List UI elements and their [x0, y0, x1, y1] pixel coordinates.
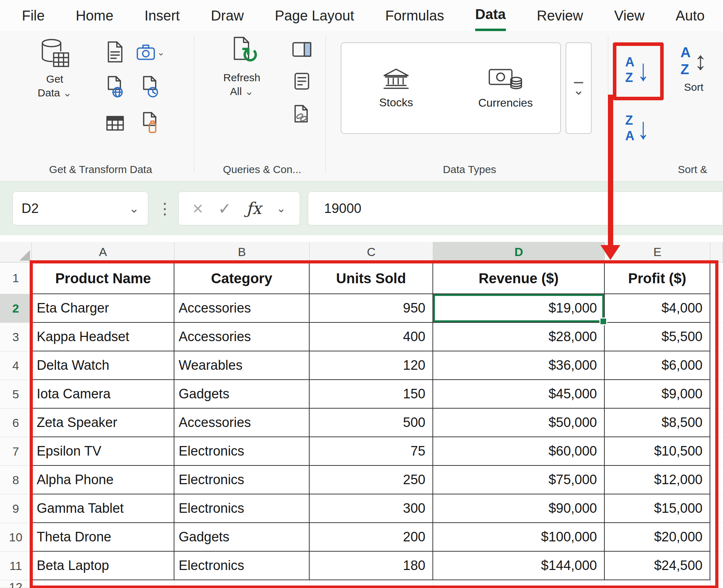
queries-connections-pane-button[interactable] [288, 38, 316, 61]
cell-D5[interactable]: $45,000 [433, 380, 605, 409]
from-text-csv-button[interactable] [99, 36, 131, 69]
tab-data[interactable]: Data [475, 0, 506, 31]
formula-bar-splitter[interactable]: ⋮ [155, 191, 175, 225]
cell-D11[interactable]: $144,000 [433, 552, 605, 580]
cell-E5[interactable]: $9,000 [605, 380, 710, 409]
fill-handle[interactable] [599, 317, 607, 325]
column-header-C[interactable]: C [310, 242, 433, 262]
row-header-4[interactable]: 4 [0, 351, 32, 380]
existing-connections-button[interactable] [134, 107, 167, 139]
formula-input[interactable]: 19000 [308, 191, 723, 225]
cell-C9[interactable]: 300 [310, 494, 433, 523]
row-header-10[interactable]: 10 [0, 523, 32, 552]
cell-A5[interactable]: Iota Camera [32, 380, 174, 409]
column-header-E[interactable]: E [605, 242, 710, 262]
row-header-3[interactable]: 3 [0, 323, 32, 351]
cell-E2[interactable]: $4,000 [605, 294, 710, 323]
from-web-button[interactable] [99, 71, 131, 103]
cell-A11[interactable]: Beta Laptop [32, 552, 174, 580]
tab-home[interactable]: Home [76, 0, 113, 31]
refresh-all-button[interactable]: ↻ Refresh All ⌄ [214, 36, 270, 98]
tab-page-layout[interactable]: Page Layout [275, 0, 354, 31]
row-header-7[interactable]: 7 [0, 437, 32, 466]
row-header-1[interactable]: 1 [0, 262, 32, 294]
cell-E11[interactable]: $24,500 [605, 552, 710, 580]
cell-A1[interactable]: Product Name [32, 262, 174, 294]
cell-E6[interactable]: $8,500 [605, 409, 710, 437]
cell-E3[interactable]: $5,500 [605, 323, 710, 351]
tab-view[interactable]: View [614, 0, 645, 31]
cell-A3[interactable]: Kappa Headset [32, 323, 174, 351]
tab-insert[interactable]: Insert [144, 0, 180, 31]
cell-C11[interactable]: 180 [310, 552, 433, 580]
cell-A6[interactable]: Zeta Speaker [32, 409, 174, 437]
sort-button[interactable]: A Z ↕ Sort [669, 45, 718, 93]
cell-D6[interactable]: $50,000 [433, 409, 605, 437]
from-picture-button[interactable]: ⌄ [134, 36, 167, 69]
column-header-A[interactable]: A [32, 242, 174, 262]
cell-D8[interactable]: $75,000 [433, 466, 605, 494]
sort-descending-button[interactable]: Z A ↓ [618, 103, 657, 153]
cell-C3[interactable]: 400 [310, 323, 433, 351]
from-table-range-button[interactable] [99, 107, 131, 139]
cell-A10[interactable]: Theta Drone [32, 523, 174, 552]
cell-B1[interactable]: Category [174, 262, 310, 294]
tab-draw[interactable]: Draw [211, 0, 244, 31]
tab-review[interactable]: Review [537, 0, 583, 31]
cancel-icon[interactable]: × [192, 198, 203, 219]
select-all-button[interactable] [0, 242, 32, 262]
cell-B2[interactable]: Accessories [174, 294, 310, 323]
cell-E1[interactable]: Profit ($) [605, 262, 710, 294]
cell-D7[interactable]: $60,000 [433, 437, 605, 466]
cell-E12[interactable] [605, 580, 710, 588]
row-header-12[interactable]: 12 [0, 580, 32, 588]
tab-file[interactable]: File [22, 0, 44, 31]
row-header-5[interactable]: 5 [0, 380, 32, 409]
recent-sources-button[interactable] [134, 71, 167, 103]
cell-C8[interactable]: 250 [310, 466, 433, 494]
cell-B9[interactable]: Electronics [174, 494, 310, 523]
cell-B10[interactable]: Gadgets [174, 523, 310, 552]
cell-A9[interactable]: Gamma Tablet [32, 494, 174, 523]
cell-B7[interactable]: Electronics [174, 437, 310, 466]
stocks-data-type[interactable]: Stocks [341, 43, 451, 133]
cell-D3[interactable]: $28,000 [433, 323, 605, 351]
row-header-2[interactable]: 2 [0, 294, 32, 323]
cell-C2[interactable]: 950 [310, 294, 433, 323]
cell-E10[interactable]: $20,000 [605, 523, 710, 552]
cell-C6[interactable]: 500 [310, 409, 433, 437]
column-header-B[interactable]: B [174, 242, 310, 262]
name-box[interactable]: D2 ⌄ [12, 191, 148, 225]
tab-formulas[interactable]: Formulas [385, 0, 444, 31]
cell-B5[interactable]: Gadgets [174, 380, 310, 409]
cell-C10[interactable]: 200 [310, 523, 433, 552]
cell-A2[interactable]: Eta Charger [32, 294, 174, 323]
tab-automate[interactable]: Auto [676, 0, 705, 31]
cell-D4[interactable]: $36,000 [433, 351, 605, 380]
cell-E4[interactable]: $6,000 [605, 351, 710, 380]
cell-B3[interactable]: Accessories [174, 323, 310, 351]
currencies-data-type[interactable]: Currencies [451, 43, 560, 133]
row-header-9[interactable]: 9 [0, 494, 32, 523]
row-header-11[interactable]: 11 [0, 552, 32, 580]
data-types-gallery-more-button[interactable]: ⌄ [566, 42, 592, 134]
cell-E8[interactable]: $12,000 [605, 466, 710, 494]
cell-E9[interactable]: $15,000 [605, 494, 710, 523]
column-header-D[interactable]: D [433, 242, 605, 262]
sort-ascending-button[interactable]: A Z ↓ [618, 45, 657, 95]
cell-D12[interactable] [433, 580, 605, 588]
cell-B11[interactable]: Electronics [174, 552, 310, 580]
properties-button[interactable] [288, 70, 316, 93]
cell-B4[interactable]: Wearables [174, 351, 310, 380]
cell-D10[interactable]: $100,000 [433, 523, 605, 552]
row-header-8[interactable]: 8 [0, 466, 32, 494]
cell-C1[interactable]: Units Sold [310, 262, 433, 294]
cell-B12[interactable] [174, 580, 310, 588]
cell-B8[interactable]: Electronics [174, 466, 310, 494]
cell-A7[interactable]: Epsilon TV [32, 437, 174, 466]
cell-A12[interactable] [32, 580, 174, 588]
cell-E7[interactable]: $10,500 [605, 437, 710, 466]
cell-D9[interactable]: $90,000 [433, 494, 605, 523]
cell-C4[interactable]: 120 [310, 351, 433, 380]
cell-C7[interactable]: 75 [310, 437, 433, 466]
